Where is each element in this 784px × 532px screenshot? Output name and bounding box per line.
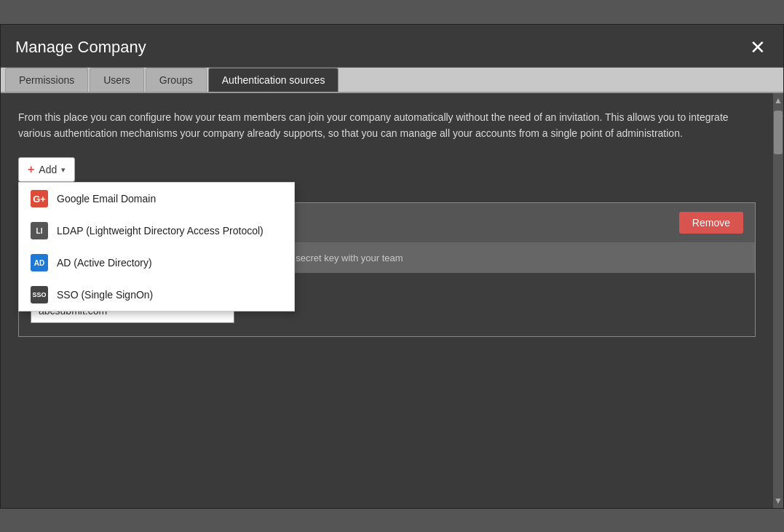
- scrollbar-track: ▲ ▼: [773, 93, 783, 508]
- remove-button[interactable]: Remove: [679, 212, 743, 234]
- dropdown-item-ldap-label: LDAP (Lightweight Directory Access Proto…: [57, 225, 264, 237]
- tab-groups[interactable]: Groups: [146, 68, 207, 92]
- add-button-label: Add: [39, 164, 57, 175]
- sso-icon: SSO: [31, 286, 48, 303]
- add-button-wrap: + Add ▾ G+ Google Email Domain LI LDAP (…: [18, 157, 75, 182]
- tabs-bar: Permissions Users Groups Authentication …: [1, 68, 783, 93]
- add-dropdown-menu: G+ Google Email Domain LI LDAP (Lightwei…: [18, 182, 295, 311]
- manage-company-modal: Manage Company ✕ Permissions Users Group…: [0, 24, 784, 509]
- scrollbar-thumb[interactable]: [774, 111, 783, 154]
- chevron-down-icon: ▾: [61, 165, 66, 175]
- modal-header: Manage Company ✕: [1, 25, 783, 68]
- modal-title: Manage Company: [15, 38, 146, 57]
- modal-body: From this place you can configure how yo…: [1, 93, 783, 508]
- scroll-up-arrow[interactable]: ▲: [774, 93, 783, 108]
- dropdown-item-google-label: Google Email Domain: [57, 193, 156, 205]
- ldap-icon: LI: [31, 222, 48, 239]
- dropdown-item-sso[interactable]: SSO SSO (Single SignOn): [19, 279, 294, 311]
- tab-users[interactable]: Users: [90, 68, 144, 92]
- dropdown-item-ad[interactable]: AD AD (Active Directory): [19, 247, 294, 279]
- description-text: From this place you can configure how yo…: [18, 109, 756, 142]
- dropdown-item-ldap[interactable]: LI LDAP (Lightweight Directory Access Pr…: [19, 215, 294, 247]
- tab-authentication-sources[interactable]: Authentication sources: [208, 68, 339, 92]
- tab-permissions[interactable]: Permissions: [5, 68, 88, 92]
- add-button[interactable]: + Add ▾: [18, 157, 75, 182]
- dropdown-item-google[interactable]: G+ Google Email Domain: [19, 183, 294, 215]
- plus-icon: +: [28, 163, 34, 176]
- google-icon: G+: [31, 190, 48, 207]
- ad-icon: AD: [31, 254, 48, 271]
- dropdown-item-sso-label: SSO (Single SignOn): [57, 289, 153, 301]
- content-area: From this place you can configure how yo…: [1, 93, 773, 508]
- scroll-down-arrow[interactable]: ▼: [774, 493, 783, 508]
- dropdown-item-ad-label: AD (Active Directory): [57, 257, 152, 269]
- close-button[interactable]: ✕: [747, 38, 769, 57]
